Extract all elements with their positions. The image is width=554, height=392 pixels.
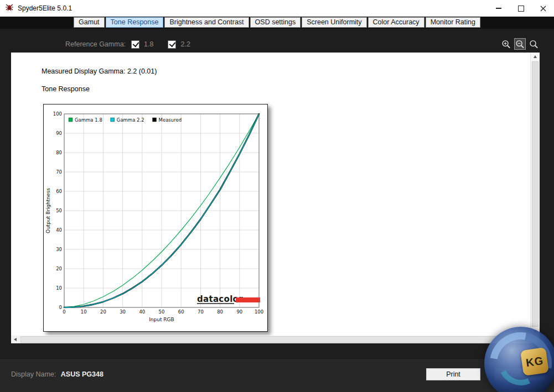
svg-text:60: 60 xyxy=(56,189,62,194)
svg-text:20: 20 xyxy=(56,266,62,271)
scroll-left-icon xyxy=(14,338,17,341)
tone-response-chart-svg: 0102030405060708090100010203040506070809… xyxy=(44,104,267,331)
titlebar-close-button[interactable] xyxy=(532,0,554,17)
scroll-up-icon xyxy=(534,55,537,58)
tab-brightness-and-contrast[interactable]: Brightness and Contrast xyxy=(164,17,248,28)
watermark-badge: KG xyxy=(520,347,549,376)
zoom-out-button[interactable] xyxy=(514,38,526,50)
minimize-button[interactable] xyxy=(488,0,510,17)
scroll-content: Measured Display Gamma: 2.2 (0.01) Tone … xyxy=(11,53,530,336)
tab-screen-uniformity[interactable]: Screen Uniformity xyxy=(302,17,366,28)
svg-text:Gamma 1.8: Gamma 1.8 xyxy=(75,117,102,123)
kitguru-watermark: KG xyxy=(484,327,554,392)
watermark-text: KG xyxy=(525,354,545,369)
tab-color-accuracy[interactable]: Color Accuracy xyxy=(368,17,424,28)
horizontal-scrollbar-thumb[interactable] xyxy=(20,336,503,343)
footer: Display Name: ASUS PG348 Print Close xyxy=(0,358,554,392)
tab-osd-settings[interactable]: OSD settings xyxy=(250,17,301,28)
content-panel: Measured Display Gamma: 2.2 (0.01) Tone … xyxy=(11,53,540,343)
svg-text:Input RGB: Input RGB xyxy=(149,317,174,322)
svg-text:100: 100 xyxy=(53,111,62,117)
svg-text:10: 10 xyxy=(81,309,87,315)
svg-text:0: 0 xyxy=(63,309,65,315)
zoom-in-button[interactable] xyxy=(500,38,512,50)
zoom-toolbar xyxy=(500,38,540,50)
svg-text:20: 20 xyxy=(100,309,106,315)
window-controls xyxy=(488,0,554,17)
app-window: Spyder5Elite 5.0.1 Gamut Tone Response B… xyxy=(0,0,554,392)
section-title: Tone Response xyxy=(42,85,90,93)
titlebar-left: Spyder5Elite 5.0.1 xyxy=(0,3,72,14)
titlebar: Spyder5Elite 5.0.1 xyxy=(0,0,554,17)
tab-tone-response[interactable]: Tone Response xyxy=(106,17,164,28)
print-button[interactable]: Print xyxy=(426,368,480,380)
svg-text:90: 90 xyxy=(56,130,62,136)
vertical-scrollbar-track[interactable] xyxy=(532,61,539,327)
zoom-in-icon xyxy=(501,39,511,50)
vertical-scrollbar-thumb[interactable] xyxy=(532,61,539,327)
svg-text:100: 100 xyxy=(255,309,263,315)
zoom-out-icon xyxy=(515,39,525,50)
gamma-2-2-label: 2.2 xyxy=(180,40,190,48)
measured-gamma-text: Measured Display Gamma: 2.2 (0.01) xyxy=(42,67,157,75)
svg-text:80: 80 xyxy=(56,150,62,155)
horizontal-scrollbar[interactable] xyxy=(11,336,530,343)
spyder-app-icon xyxy=(5,3,14,14)
minimize-icon xyxy=(496,8,501,9)
scroll-left-button[interactable] xyxy=(11,336,19,343)
window-title: Spyder5Elite 5.0.1 xyxy=(18,4,72,12)
close-icon xyxy=(540,6,546,12)
tab-monitor-rating[interactable]: Monitor Rating xyxy=(426,17,480,28)
svg-text:Gamma 2.2: Gamma 2.2 xyxy=(117,117,144,123)
maximize-button[interactable] xyxy=(510,0,532,17)
horizontal-scrollbar-track[interactable] xyxy=(19,336,522,343)
svg-text:70: 70 xyxy=(56,169,62,175)
gamma-2-2-checkbox[interactable] xyxy=(168,40,176,49)
vertical-scrollbar[interactable] xyxy=(530,53,540,336)
zoom-fit-icon xyxy=(529,39,539,50)
display-name-label: Display Name: xyxy=(11,370,56,378)
svg-text:Measured: Measured xyxy=(159,117,182,123)
svg-text:30: 30 xyxy=(56,247,62,252)
svg-text:0: 0 xyxy=(59,305,62,310)
maximize-icon xyxy=(518,6,524,12)
svg-text:70: 70 xyxy=(198,309,204,315)
display-name-value: ASUS PG348 xyxy=(61,370,103,378)
zoom-fit-button[interactable] xyxy=(528,38,540,50)
reference-gamma-row: Reference Gamma: 1.8 2.2 xyxy=(0,36,554,52)
tone-response-chart: 0102030405060708090100010203040506070809… xyxy=(43,104,268,332)
svg-text:90: 90 xyxy=(236,309,242,315)
reference-gamma-label: Reference Gamma: xyxy=(65,40,126,48)
svg-text:40: 40 xyxy=(56,227,62,233)
svg-text:10: 10 xyxy=(56,285,62,291)
svg-text:50: 50 xyxy=(159,309,165,315)
gamma-1-8-label: 1.8 xyxy=(144,40,153,48)
scroll-up-button[interactable] xyxy=(531,53,540,61)
svg-text:30: 30 xyxy=(120,309,126,315)
tab-bar: Gamut Tone Response Brightness and Contr… xyxy=(0,17,554,29)
display-name: Display Name: ASUS PG348 xyxy=(11,370,103,378)
tab-gamut[interactable]: Gamut xyxy=(74,17,105,28)
svg-text:60: 60 xyxy=(178,309,184,315)
svg-text:80: 80 xyxy=(217,309,223,315)
svg-text:50: 50 xyxy=(56,208,62,213)
gamma-1-8-checkbox[interactable] xyxy=(131,40,139,49)
svg-text:40: 40 xyxy=(139,309,145,315)
svg-text:Output Brightness: Output Brightness xyxy=(45,188,51,233)
